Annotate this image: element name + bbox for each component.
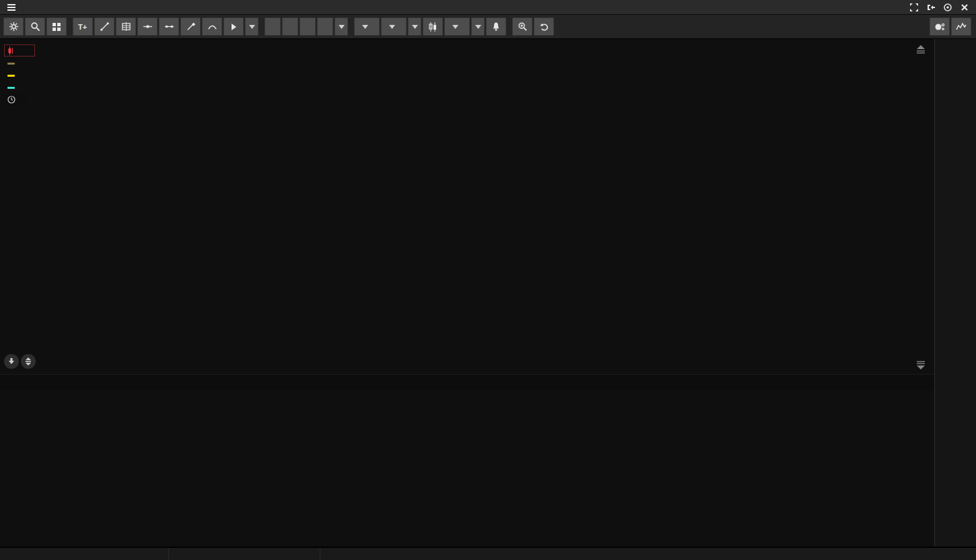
chart-area[interactable] [0, 39, 976, 547]
chart-legend [4, 44, 35, 106]
axis-scroll-up-icon[interactable] [914, 44, 928, 54]
maximize-icon[interactable] [908, 2, 920, 13]
volumen-button[interactable] [265, 18, 281, 36]
draw-tools-dropdown[interactable] [245, 18, 258, 36]
linechart-view-button[interactable] [951, 18, 971, 36]
legend-series-eon[interactable] [4, 44, 35, 57]
clock-icon [7, 96, 15, 104]
legend-series-bb[interactable] [4, 58, 32, 69]
undo-button[interactable] [534, 18, 554, 36]
pointer-tool-button[interactable] [223, 18, 244, 36]
chart-toolbar: T+ [0, 15, 976, 39]
statusbar-divider [320, 548, 320, 560]
interval-dropdown[interactable] [381, 18, 407, 36]
statusbar-divider [168, 548, 169, 560]
period-dropdown[interactable] [354, 18, 380, 36]
ema-button[interactable] [300, 18, 316, 36]
horizontal-ray-tool-button[interactable] [159, 18, 179, 36]
text-tool-button[interactable]: T+ [73, 18, 93, 36]
interval-extra-dropdown[interactable] [408, 18, 421, 36]
main-price-pane[interactable] [0, 39, 934, 374]
axis-scroll-down-icon[interactable] [914, 361, 928, 370]
search-button[interactable] [25, 18, 45, 36]
menu-icon[interactable] [5, 2, 18, 13]
wma-button[interactable] [317, 18, 333, 36]
alert-bell-button[interactable] [486, 18, 506, 36]
settings-button[interactable] [3, 18, 24, 36]
ema200-dash-icon [7, 87, 15, 89]
price-axis[interactable] [934, 39, 976, 547]
export-icon[interactable] [925, 2, 937, 13]
time-axis[interactable] [0, 374, 934, 390]
scroll-down-button[interactable] [4, 354, 19, 369]
arc-tool-button[interactable] [202, 18, 222, 36]
close-icon[interactable] [958, 2, 971, 13]
expand-panes-button[interactable] [21, 354, 36, 369]
chart-type-candles-button[interactable] [423, 18, 443, 36]
extras-dropdown[interactable] [444, 18, 470, 36]
zoom-in-button[interactable] [512, 18, 532, 36]
trendline-tool-button[interactable] [94, 18, 114, 36]
bubbles-view-button[interactable] [930, 18, 950, 36]
bottom-statusbar [0, 547, 976, 560]
freehand-tool-button[interactable] [180, 18, 201, 36]
legend-series-ema50[interactable] [4, 70, 25, 81]
horizontal-line-tool-button[interactable] [137, 18, 158, 36]
bb-dash-icon [7, 63, 15, 65]
window-titlebar [0, 0, 976, 15]
layout-grid-button[interactable] [46, 18, 67, 36]
fibonacci-tool-button[interactable] [116, 18, 136, 36]
extras-extra-dropdown[interactable] [471, 18, 485, 36]
svg-text:T+: T+ [78, 23, 87, 31]
ema50-dash-icon [7, 75, 15, 77]
legend-series-ema200[interactable] [4, 82, 25, 93]
legend-date-range [4, 94, 26, 105]
indicators-dropdown[interactable] [335, 18, 348, 36]
sma-button[interactable] [282, 18, 298, 36]
candle-icon [8, 46, 14, 55]
record-icon[interactable] [942, 2, 954, 13]
